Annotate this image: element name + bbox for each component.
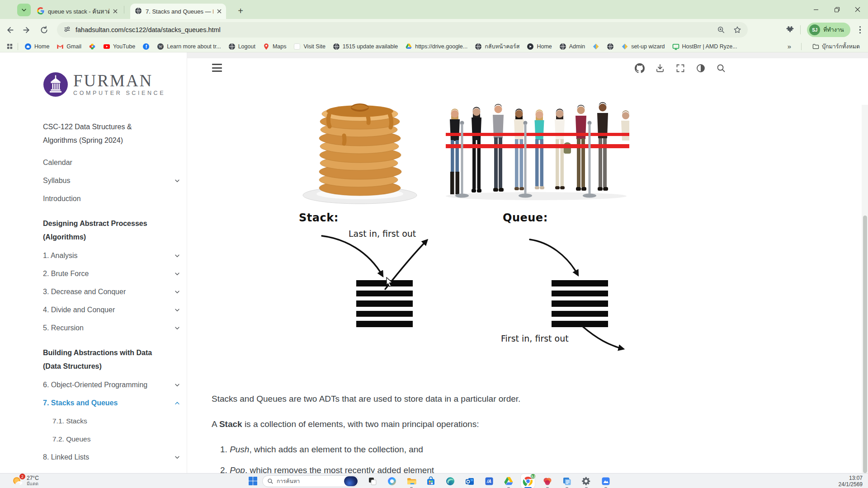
bookmark-item[interactable]: Admin [556, 43, 589, 50]
tune-icon[interactable] [63, 25, 71, 35]
sidebar-item[interactable]: 1. Analysis [43, 247, 180, 265]
google-drive-taskbar-icon[interactable] [501, 474, 515, 488]
bookmark-item[interactable]: Home [21, 43, 53, 50]
bookmark-item[interactable]: Logout [225, 43, 259, 50]
sidebar-item[interactable]: 5. Recursion [43, 319, 180, 337]
chevron-down-icon[interactable] [174, 454, 180, 460]
zoom-icon[interactable] [717, 26, 725, 34]
sidebar-item-label: 6. Object-Oriented Programming [43, 381, 174, 389]
fullscreen-icon[interactable] [675, 63, 685, 73]
restore-button[interactable] [826, 0, 847, 19]
bookmark-item[interactable] [589, 43, 603, 50]
chevron-down-icon[interactable] [174, 271, 180, 277]
back-button[interactable] [2, 22, 17, 38]
all-bookmarks-button[interactable]: บุ๊กมาร์กทั้งหมด [809, 42, 863, 51]
mouse-cursor-icon [385, 277, 394, 289]
file-explorer-taskbar-icon[interactable] [404, 474, 418, 488]
mountain-app-taskbar-icon[interactable] [599, 474, 613, 488]
search-highlight-image[interactable] [344, 476, 358, 486]
red-media-app-taskbar-icon[interactable] [540, 474, 554, 488]
google-favicon-icon [37, 7, 44, 16]
chevron-down-icon[interactable] [174, 178, 180, 184]
bookmark-label: Home [34, 43, 49, 50]
search-icon[interactable] [716, 63, 726, 73]
page-viewport: FURMAN COMPUTER SCIENCE CSC-122 Data Str… [0, 52, 868, 473]
tab-search-button[interactable] [17, 4, 31, 16]
scrollbar-thumb[interactable] [863, 216, 867, 473]
sidebar-item[interactable]: Syllabus [43, 172, 180, 190]
bookmark-item[interactable]: HostBrr | AMD Ryze... [669, 43, 741, 50]
taskbar-weather-widget[interactable]: 2 27°C มีแดด [11, 474, 39, 487]
edge-taskbar-icon[interactable] [443, 474, 457, 488]
theme-contrast-icon[interactable] [696, 63, 706, 73]
bookmark-item[interactable]: Gmail [53, 43, 85, 50]
ms-store-taskbar-icon[interactable] [424, 474, 438, 488]
bookmark-item[interactable]: กลับหน้าคอร์ส [471, 42, 523, 51]
windows-start-button[interactable] [248, 476, 258, 486]
minimize-button[interactable] [806, 0, 826, 19]
dark-globe-icon [559, 43, 566, 50]
forward-button[interactable] [19, 22, 34, 38]
settings-taskbar-icon[interactable] [579, 474, 593, 488]
github-icon[interactable] [635, 63, 645, 73]
sidebar-item[interactable]: 4. Divide and Conquer [43, 301, 180, 319]
new-tab-button[interactable]: + [234, 5, 247, 17]
chevron-down-icon[interactable] [174, 307, 180, 313]
hamburger-menu-icon[interactable] [212, 64, 222, 74]
sidebar-item[interactable]: 8. Linked Lists [43, 448, 180, 466]
task-view-taskbar-icon[interactable] [365, 474, 379, 488]
bookmark-item[interactable]: set-up wizard [618, 43, 668, 50]
sun-weather-icon: 2 [11, 474, 24, 487]
bookmarks-overflow-chevron[interactable]: » [785, 42, 794, 50]
close-icon[interactable] [113, 9, 118, 14]
outlook-taskbar-icon[interactable] [462, 474, 476, 488]
bookmark-item[interactable] [85, 43, 99, 50]
bookmark-label: Logout [238, 43, 255, 50]
profile-chip[interactable]: SJ ที่ทำงาน [807, 23, 850, 37]
bookmark-item[interactable]: Home [523, 43, 555, 50]
bookmark-star-icon[interactable] [733, 26, 741, 34]
scrollbar[interactable] [862, 105, 868, 488]
extensions-icon[interactable] [785, 25, 794, 35]
course-title[interactable]: CSC-122 Data Structures & Algorithms (Sp… [43, 120, 180, 147]
download-icon[interactable] [655, 63, 665, 73]
bookmark-item[interactable]: f [139, 43, 153, 50]
close-icon[interactable] [217, 9, 222, 14]
tab-google-search[interactable]: queue vs stack - ค้นหาด้วย Goog [33, 4, 122, 19]
sidebar-item[interactable]: Calendar [43, 154, 180, 172]
apps-grid-icon[interactable] [5, 43, 15, 50]
menu-kebab-icon[interactable] [857, 26, 864, 34]
chevron-down-icon[interactable] [174, 289, 180, 295]
chrome-taskbar-icon[interactable]: SJ [521, 474, 535, 488]
taskbar-search-box[interactable]: การค้นหา [262, 475, 359, 487]
bookmark-item[interactable]: 1515 update available [329, 43, 401, 50]
furman-logo[interactable]: FURMAN COMPUTER SCIENCE [43, 71, 180, 98]
chevron-down-icon[interactable] [174, 382, 180, 388]
bookmark-item[interactable]: Maps [259, 43, 290, 50]
url-text[interactable]: fahadsultan.com/csc122/data/stacks_queue… [75, 26, 221, 33]
chevron-down-icon[interactable] [174, 325, 180, 331]
bookmark-item[interactable]: YouTube [99, 43, 139, 50]
sidebar-item[interactable]: 7. Stacks and Queues [43, 394, 180, 412]
bookmark-item[interactable]: WLearn more about tr... [153, 43, 225, 50]
address-bar[interactable]: fahadsultan.com/csc122/data/stacks_queue… [57, 22, 748, 38]
taskbar-clock[interactable]: 13:07 24/1/2569 [839, 475, 863, 488]
chevron-up-icon[interactable] [174, 400, 180, 406]
reload-button[interactable] [36, 22, 52, 38]
chevron-down-icon[interactable] [174, 253, 180, 259]
close-window-button[interactable] [847, 0, 868, 19]
sidebar-item[interactable]: Introduction [43, 190, 180, 208]
ia-notes-taskbar-icon[interactable]: /A [482, 474, 496, 488]
bookmark-item[interactable]: https://drive.google... [401, 43, 471, 50]
sidebar-item[interactable]: 3. Decrease and Conquer [43, 283, 180, 301]
sidebar-item[interactable]: 2. Brute Force [43, 265, 180, 283]
sidebar-item[interactable]: 6. Object-Oriented Programming [43, 376, 180, 394]
date-label: 24/1/2569 [839, 481, 863, 488]
bookmark-item[interactable]: Visit Site [290, 43, 329, 50]
tab-stacks-queues[interactable]: 7. Stacks and Queues — Data St [130, 4, 226, 19]
bookmark-item[interactable] [603, 43, 618, 50]
sidebar-item[interactable]: 7.2. Queues [43, 430, 180, 448]
layers-app-taskbar-icon[interactable] [560, 474, 574, 488]
sidebar-item[interactable]: 7.1. Stacks [43, 412, 180, 430]
copilot-taskbar-icon[interactable] [385, 474, 399, 488]
